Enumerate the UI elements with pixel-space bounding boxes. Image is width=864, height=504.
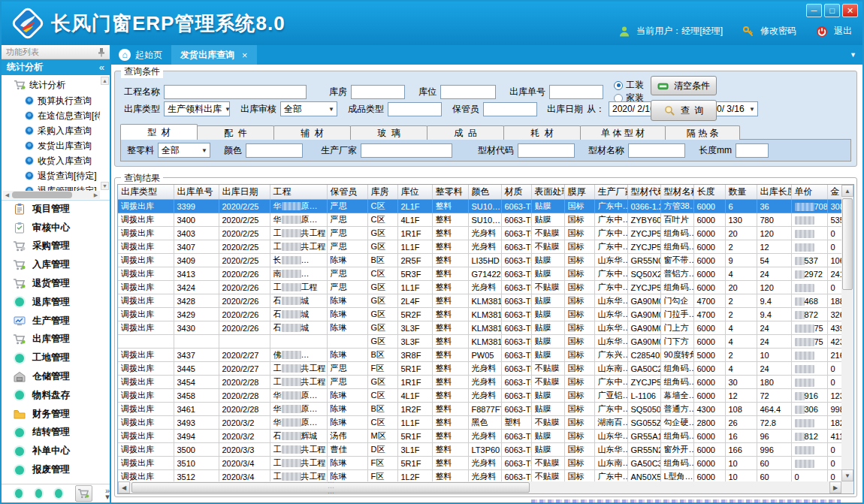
material-tab-成品[interactable]: 成 品 bbox=[427, 125, 504, 140]
sidebar-item-出库管理[interactable]: 出库管理 bbox=[2, 330, 110, 349]
tree-item-退库管理[待定][interactable]: 退库管理[待定] bbox=[3, 183, 100, 191]
whole-part-select[interactable]: 全部▼ bbox=[158, 143, 210, 158]
table-row[interactable]: 调拨出库34452020/2/27工共工程严思F区5R1F整料光身料6063-T… bbox=[118, 362, 841, 376]
table-row[interactable]: 调拨出库34282020/2/26石城陈琳G区2L4F整料KLM38176063… bbox=[118, 294, 841, 308]
table-row[interactable]: 调拨出库34072020/2/25工共工程严思G区1L1F整料光身料6063-T… bbox=[118, 240, 841, 254]
column-header-材质[interactable]: 材质 bbox=[501, 185, 531, 200]
scroll-right-icon[interactable]: ▶ bbox=[829, 481, 841, 493]
tab-close-icon[interactable]: × bbox=[242, 50, 248, 61]
material-tab-型材[interactable]: 型 材 bbox=[120, 124, 198, 140]
table-row[interactable]: 调拨出库34132020/2/26南…严思C区5R3F整料G714226063-… bbox=[118, 267, 841, 281]
column-header-库位[interactable]: 库位 bbox=[397, 185, 432, 200]
tree-item-收货入库查询[interactable]: 收货入库查询 bbox=[3, 153, 100, 168]
out-type-select[interactable]: 生产领料出库▼ bbox=[164, 101, 230, 116]
keeper-input[interactable] bbox=[483, 102, 537, 116]
color-input[interactable] bbox=[246, 143, 303, 158]
vertical-scroll-thumb[interactable] bbox=[842, 198, 853, 290]
tree-item-发货出库查询[interactable]: 发货出库查询 bbox=[3, 138, 100, 153]
pin-icon[interactable] bbox=[98, 47, 105, 57]
tree-horizontal-scrollbar[interactable]: ◀▶ bbox=[3, 191, 100, 199]
table-row[interactable]: 调拨出库34612020/2/28华原…陈琳B区1R2F整料F8877FT606… bbox=[118, 403, 841, 416]
table-row[interactable]: 调拨出库34002020/2/25华原…严思C区4L1F整料SU10…6063-… bbox=[118, 213, 841, 227]
material-tab-耗材[interactable]: 耗 材 bbox=[503, 125, 581, 140]
project-name-input[interactable] bbox=[164, 85, 307, 99]
column-header-型材名称[interactable]: 型材名称 bbox=[660, 185, 693, 200]
sidebar-item-物料盘存[interactable]: 物料盘存 bbox=[2, 386, 110, 405]
table-row[interactable]: 调拨出库34092020/2/25长…陈琳B区2R5F整料LI35HD6063-… bbox=[118, 254, 841, 267]
material-tab-玻璃[interactable]: 玻 璃 bbox=[350, 125, 427, 140]
out-audit-select[interactable]: 全部▼ bbox=[280, 101, 337, 116]
material-tab-辅材[interactable]: 辅 材 bbox=[273, 125, 351, 140]
table-row[interactable]: 调拨出库35002020/3/3工共工程曹佳D区3L1F整料LT3P606063… bbox=[118, 443, 841, 457]
tree-item-在途信息查询[待[interactable]: 在途信息查询[待 bbox=[3, 108, 100, 123]
column-header-出库类型[interactable]: 出库类型 bbox=[118, 185, 174, 200]
table-row[interactable]: 调拨出库34582020/2/28华原…陈琳C区4L1F整料光身料6063-T5… bbox=[118, 389, 841, 403]
column-header-金[interactable]: 金 bbox=[827, 185, 841, 200]
tree-item-预算执行查询[interactable]: 预算执行查询 bbox=[3, 93, 100, 108]
table-row[interactable]: 调拨出库34242020/2/26工工程严思G区1L1F整料光身料6063-T5… bbox=[118, 281, 841, 294]
radio-工装[interactable]: 工装 bbox=[614, 79, 644, 92]
scroll-up-icon[interactable]: ▲ bbox=[841, 185, 853, 197]
sidebar-item-工地管理[interactable]: 工地管理 bbox=[2, 349, 110, 367]
column-header-表面处理[interactable]: 表面处理 bbox=[531, 185, 564, 200]
overflow-chevron-icon[interactable]: »▾ bbox=[105, 487, 110, 499]
sidebar-item-仓储管理[interactable]: 仓储管理 bbox=[2, 367, 110, 386]
column-header-保管员[interactable]: 保管员 bbox=[327, 185, 367, 200]
table-row[interactable]: 调拨出库35122020/3/4工共工程陈琳F区1L2F整料光身料6063-T5… bbox=[118, 470, 841, 482]
material-tab-隔热条[interactable]: 隔 热 条 bbox=[665, 125, 740, 140]
table-row[interactable]: 调拨出库34542020/2/28工共工程严思G区1R1F整料光身料6063-T… bbox=[118, 376, 841, 389]
horizontal-scroll-thumb[interactable] bbox=[131, 482, 530, 493]
scroll-left-icon[interactable]: ◀ bbox=[118, 481, 130, 493]
clear-conditions-button[interactable]: 清空条件 bbox=[651, 76, 717, 95]
tab-active[interactable]: 发货出库查询 × bbox=[171, 45, 257, 65]
grid-horizontal-scrollbar[interactable]: ◀ ▶ bbox=[118, 481, 841, 493]
table-row[interactable]: 调拨出库34942020/3/2石辉城汤伟M区5R1F整料光身料6063-T5贴… bbox=[118, 430, 841, 443]
dot-icon[interactable] bbox=[15, 489, 23, 498]
table-row[interactable]: G区3L3F整料KLM38176063-T5贴膜国标山东华…GA90M09…门下… bbox=[118, 335, 841, 349]
cart-button[interactable] bbox=[75, 485, 92, 502]
order-no-input[interactable] bbox=[549, 85, 603, 99]
warehouse-input[interactable] bbox=[351, 85, 405, 99]
dot-icon[interactable] bbox=[35, 489, 43, 498]
collapse-icon[interactable]: « bbox=[99, 62, 104, 73]
column-header-工程[interactable]: 工程 bbox=[270, 185, 327, 200]
column-header-出库单号[interactable]: 出库单号 bbox=[174, 185, 219, 200]
sidebar-item-退货管理[interactable]: 退货管理 bbox=[2, 274, 110, 293]
sidebar-item-财务管理[interactable]: 财务管理 bbox=[2, 405, 110, 424]
column-header-出库长度[interactable]: 出库长度 bbox=[757, 185, 791, 200]
tab-home[interactable]: ⌂ 起始页 bbox=[111, 45, 171, 65]
table-row[interactable]: 调拨出库34372020/2/27佛…陈琳B区3R8F整料PW056063-T5… bbox=[118, 349, 841, 362]
tree-item-退货查询[待定][interactable]: 退货查询[待定] bbox=[3, 168, 100, 183]
column-header-单价[interactable]: 单价 bbox=[791, 185, 827, 200]
sidebar-item-生产管理[interactable]: 生产管理 bbox=[2, 312, 110, 330]
dot-icon[interactable] bbox=[55, 489, 62, 498]
change-password-link[interactable]: 修改密码 bbox=[760, 25, 796, 38]
maximize-button[interactable]: □ bbox=[824, 4, 840, 17]
minimize-button[interactable]: ─ bbox=[806, 4, 822, 17]
column-header-数量[interactable]: 数量 bbox=[725, 185, 757, 200]
table-row[interactable]: 调拨出库35102020/3/4工共工程陈琳F区5R1F整料光身料6063-T5… bbox=[118, 457, 841, 470]
tab-overflow-icon[interactable]: ▼ bbox=[850, 51, 856, 59]
profile-code-input[interactable] bbox=[518, 143, 575, 158]
sidebar-item-退库管理[interactable]: 退库管理 bbox=[2, 293, 110, 312]
sidebar-item-结转管理[interactable]: 结转管理 bbox=[2, 424, 110, 442]
sidebar-item-补单中心[interactable]: 补单中心 bbox=[2, 442, 110, 460]
length-input[interactable] bbox=[736, 143, 769, 158]
scroll-down-icon[interactable]: ▼ bbox=[841, 469, 853, 481]
location-input[interactable] bbox=[440, 85, 496, 99]
sidebar-item-采购管理[interactable]: 采购管理 bbox=[2, 237, 110, 256]
column-header-整零料[interactable]: 整零料 bbox=[432, 185, 468, 200]
column-header-生产厂家[interactable]: 生产厂家 bbox=[594, 185, 627, 200]
table-row[interactable]: 调拨出库34932020/3/2华原…陈琳C区1L1F整料黑色塑料不贴膜国标湖南… bbox=[118, 416, 841, 430]
factory-input[interactable] bbox=[361, 143, 452, 158]
column-header-长度[interactable]: 长度 bbox=[693, 185, 725, 200]
table-row[interactable]: 调拨出库33992020/2/25华原…严思C区2L1F整料SU10…6063-… bbox=[118, 200, 841, 213]
sidebar-item-入库管理[interactable]: 入库管理 bbox=[2, 255, 110, 274]
tree-item-采购入库查询[interactable]: 采购入库查询 bbox=[3, 123, 100, 138]
sidebar-item-项目管理[interactable]: 项目管理 bbox=[2, 200, 110, 219]
column-header-颜色[interactable]: 颜色 bbox=[468, 185, 501, 200]
tree-vertical-scrollbar[interactable]: ▲▼ bbox=[101, 77, 109, 190]
profile-name-input[interactable] bbox=[628, 143, 685, 158]
column-header-型材代码[interactable]: 型材代码 bbox=[627, 185, 660, 200]
table-row[interactable]: 调拨出库34302020/2/26石城陈琳G区3L3F整料KLM38176063… bbox=[118, 321, 841, 335]
